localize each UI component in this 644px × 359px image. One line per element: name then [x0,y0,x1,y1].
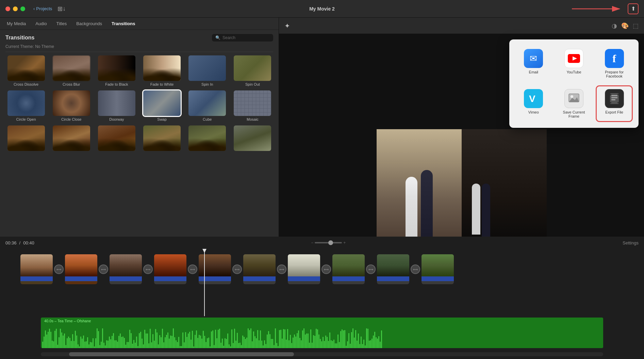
tab-backgrounds[interactable]: Backgrounds [75,20,103,27]
balance-icon[interactable]: ◑ [612,22,617,30]
transition-divider-7[interactable]: ⟺ [321,264,331,274]
transition-item-circle-close[interactable]: Circle Close [51,90,92,121]
transition-divider-4[interactable]: ⟺ [188,264,197,274]
timeline-clip-6[interactable] [243,254,276,284]
share-item-export-file[interactable]: Export File [597,86,632,121]
transition-item-spin-out[interactable]: Spin Out [232,55,273,86]
waveform-bar [101,342,102,348]
transition-item-cross-dissolve[interactable]: Cross Dissolve [5,55,47,86]
waveform-bar [242,336,243,348]
waveform-bar [241,345,242,348]
minimize-button[interactable] [13,6,18,11]
timeline-area: 00:36 / 00:40 − + Settings ⟺ [0,237,644,359]
transition-divider-8[interactable]: ⟺ [366,264,376,274]
transition-divider-5[interactable]: ⟺ [232,264,242,274]
zoom-handle[interactable] [328,240,333,245]
timeline-clip-8[interactable] [332,254,365,284]
timeline-clip-3[interactable] [110,254,142,284]
close-button[interactable] [5,6,10,11]
timeline-scrollbar[interactable] [41,352,603,356]
tab-transitions[interactable]: Transitions [110,20,136,27]
zoom-bar[interactable] [315,242,342,243]
waveform-bar [127,342,128,348]
waveform-bar [71,341,72,348]
waveform-bar [335,343,336,348]
waveform-bar [238,343,239,348]
transition-divider-3[interactable]: ⟺ [143,264,153,274]
transition-item-forest3[interactable] [96,125,137,152]
share-item-youtube[interactable]: YouTube [557,46,592,81]
share-button[interactable]: ⬆ [628,3,639,14]
waveform-bar [174,337,175,348]
transition-item-cross-blur[interactable]: Cross Blur [51,55,92,86]
share-item-email[interactable]: ✉ Email [516,46,551,81]
share-item-facebook[interactable]: f Prepare for Facebook [597,46,632,81]
wand-icon[interactable]: ✦ [284,22,290,30]
transition-item-forest5[interactable] [187,125,228,152]
waveform-bar [48,332,49,348]
waveform-bar [254,336,255,348]
waveform-bar [294,335,295,348]
timeline-clip-10[interactable] [422,254,454,284]
download-icon[interactable]: ↓ [63,5,66,12]
share-item-vimeo[interactable]: V Vimeo [516,86,551,121]
zoom-out-icon[interactable]: − [311,240,313,245]
transition-label-circle-close: Circle Close [61,117,81,121]
tab-my-media[interactable]: My Media [5,20,27,27]
timeline-clip-4[interactable] [154,254,186,284]
transition-item-doorway[interactable]: Doorway [96,90,137,121]
timeline-clip-9[interactable] [377,254,409,284]
timeline-clip-5[interactable] [199,254,231,284]
waveform-bar [161,337,162,348]
transition-divider-9[interactable]: ⟺ [411,264,420,274]
zoom-in-icon[interactable]: + [343,240,346,245]
search-input[interactable] [222,35,270,40]
tab-audio[interactable]: Audio [34,20,48,27]
clip-color-bar-7 [288,276,320,281]
timeline-clip-7[interactable] [288,254,320,284]
share-item-save-frame[interactable]: Save Current Frame [557,86,592,121]
transition-item-forest1[interactable] [5,125,47,152]
transition-item-spin-in[interactable]: Spin In [187,55,228,86]
titlebar: ‹ Projects ⊞ ↓ My Movie 2 ⬆ [0,0,644,18]
waveform-bar [336,343,337,348]
waveform-bar [378,336,379,348]
transition-item-cube[interactable]: Cube [187,90,228,121]
transition-label-fade-to-black: Fade to Black [105,82,128,86]
transition-thumb-circle-open [7,90,45,116]
settings-button[interactable]: Settings [623,240,639,245]
waveform-bar [146,334,147,348]
titlebar-right: ⬆ [628,3,639,14]
transition-item-mosaic[interactable]: Mosaic [232,90,273,121]
audio-track[interactable]: 40.0s – Tea Time – Ofshane [41,318,603,348]
transition-item-forest2[interactable] [51,125,92,152]
timeline-clip-2[interactable] [65,254,97,284]
transition-item-fade-to-white[interactable]: Fade to White [141,55,182,86]
transition-divider-6[interactable]: ⟺ [277,264,286,274]
projects-button[interactable]: ‹ Projects [33,6,52,11]
transition-item-swap[interactable]: Swap [141,90,182,121]
timeline-clip-1[interactable] [20,254,53,284]
transition-divider-1[interactable]: ⟺ [54,264,64,274]
waveform-bar [117,342,118,348]
clip-thumb-10 [422,254,454,276]
waveform-bar [173,328,174,348]
clip-thumb-7 [288,254,320,276]
waveform-bar [308,334,309,348]
transition-divider-2[interactable]: ⟺ [99,264,108,274]
transition-item-forest6[interactable] [232,125,273,152]
timeline-scrollbar-thumb[interactable] [69,352,294,356]
grid-icon[interactable]: ⊞ [57,5,63,13]
waveform-bar [301,340,302,348]
timeline-scroll[interactable]: ⟺ ⟺ ⟺ ⟺ ⟺ [0,249,644,316]
transition-item-forest4[interactable] [141,125,182,152]
crop-icon[interactable]: ⬚ [633,22,639,30]
transition-item-fade-to-black[interactable]: Fade to Black [96,55,137,86]
maximize-button[interactable] [20,6,25,11]
waveform-bar [279,330,280,348]
tab-titles[interactable]: Titles [55,20,68,27]
waveform-bar [381,330,382,348]
waveform-bar [186,337,187,348]
transition-item-circle-open[interactable]: Circle Open [5,90,47,121]
color-icon[interactable]: 🎨 [621,22,629,30]
